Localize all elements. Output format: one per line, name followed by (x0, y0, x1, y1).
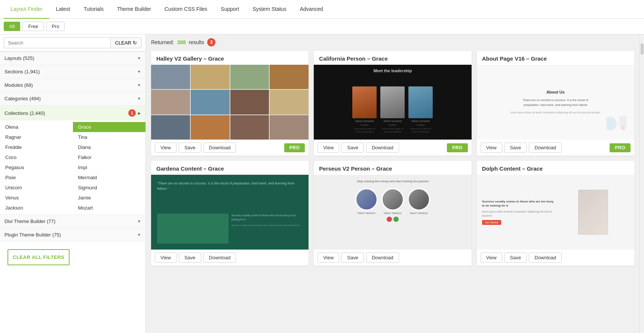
card-title: Perseus V2 Person – Grace (314, 161, 471, 175)
download-button[interactable]: Download (203, 253, 236, 263)
view-button[interactable]: View (481, 143, 502, 153)
collection-diana[interactable]: Diana (73, 142, 146, 152)
clear-all-filters-button[interactable]: CLEAR ALL FILTERS (7, 249, 70, 265)
view-button[interactable]: View (481, 253, 502, 263)
svg-rect-1 (619, 116, 627, 126)
card-actions: View Save Download PRO (314, 140, 471, 156)
filter-free[interactable]: Free (22, 22, 44, 31)
collection-tina[interactable]: Tina (73, 132, 146, 142)
pro-badge: PRO (447, 143, 468, 152)
collections-dropdown: Olena Ragnar Freddie Coco Pegasus Pixie … (0, 120, 145, 214)
view-button[interactable]: View (318, 253, 339, 263)
view-button[interactable]: View (155, 253, 177, 263)
filter-plugin-builder: Plugin Theme Builder (75) ▼ (0, 228, 145, 242)
nav-system-status[interactable]: System Status (246, 0, 293, 19)
main-layout: CLEAR ↻ Layouts (525) ▼ Sections (1,941)… (0, 34, 644, 333)
collection-falkor[interactable]: Falkor (73, 152, 146, 162)
nav-layout-finder[interactable]: Layout Finder (4, 0, 49, 19)
download-button[interactable]: Download (203, 143, 236, 153)
clear-label: CLEAR (115, 40, 131, 46)
search-input[interactable] (4, 37, 110, 48)
search-bar: CLEAR ↻ (0, 34, 145, 52)
download-button[interactable]: Download (529, 143, 562, 153)
filter-pro[interactable]: Pro (46, 22, 65, 31)
filter-plugin-builder-header[interactable]: Plugin Theme Builder (75) ▼ (0, 228, 145, 241)
svg-point-2 (621, 126, 625, 130)
card-actions: View Save Download (477, 250, 634, 266)
collection-grace[interactable]: Grace (73, 122, 146, 132)
view-button[interactable]: View (318, 143, 339, 153)
save-button[interactable]: Save (505, 143, 527, 153)
filter-layouts: Layouts (525) ▼ (0, 52, 145, 65)
nav-tutorials[interactable]: Tutorials (77, 0, 110, 19)
card-perseus-person: Perseus V2 Person – Grace Stop chasing t… (314, 161, 471, 266)
collection-badge: 1 (128, 109, 136, 117)
view-button[interactable]: View (155, 143, 177, 153)
card-halley-gallery: Halley V2 Gallery – Grace (151, 51, 309, 156)
filter-sections-header[interactable]: Sections (1,941) ▼ (0, 65, 145, 78)
collection-unicorn[interactable]: Unicorn (0, 183, 73, 193)
nav-custom-css[interactable]: Custom CSS Files (158, 0, 214, 19)
collection-impi[interactable]: Impi (73, 162, 146, 172)
chevron-down-icon: ▼ (137, 97, 141, 101)
save-button[interactable]: Save (179, 253, 201, 263)
filter-modules-label: Modules (68) (4, 82, 33, 88)
filter-all[interactable]: All (4, 22, 20, 31)
collection-olena[interactable]: Olena (0, 122, 73, 132)
clear-all-container: CLEAR ALL FILTERS (0, 242, 145, 273)
collection-pixie[interactable]: Pixie (0, 172, 73, 183)
card-dolph-content: Dolph Content – Grace Success usually co… (477, 161, 634, 266)
collection-sigmund[interactable]: Sigmund (73, 183, 146, 193)
collection-mermaid[interactable]: Mermaid (73, 172, 146, 183)
nav-latest[interactable]: Latest (49, 0, 77, 19)
save-button[interactable]: Save (179, 143, 201, 153)
cards-grid: Halley V2 Gallery – Grace (151, 51, 634, 266)
collection-ragnar[interactable]: Ragnar (0, 132, 73, 142)
collection-jamie[interactable]: Jamie (73, 193, 146, 203)
refresh-icon: ↻ (133, 40, 137, 46)
collection-venus[interactable]: Venus (0, 193, 73, 203)
chevron-down-icon: ▼ (137, 83, 141, 87)
save-button[interactable]: Save (505, 253, 527, 263)
filter-categories-header[interactable]: Categories (494) ▼ (0, 92, 145, 105)
filter-collections-header[interactable]: Collections (2,440) 1 ▶ (0, 106, 145, 120)
card-image: Stop chasing the money and start chasing… (314, 175, 471, 250)
scrollbar[interactable] (640, 34, 644, 333)
filter-layouts-header[interactable]: Layouts (525) ▼ (0, 52, 145, 65)
filter-divi-builder-label: Divi Theme Builder (77) (4, 219, 55, 224)
card-image: Name Surname Position lorem ipsum dolor … (314, 65, 471, 140)
chevron-right-icon: ▶ (138, 111, 141, 115)
collections-right-column: Grace Tina Diana Falkor Impi Mermaid Sig… (73, 120, 146, 214)
save-button[interactable]: Save (341, 143, 364, 153)
download-button[interactable]: Download (529, 253, 562, 263)
filter-plugin-builder-label: Plugin Theme Builder (75) (4, 232, 61, 238)
nav-advanced[interactable]: Advanced (293, 0, 330, 19)
card-actions: View Save Download (151, 250, 309, 266)
card-title: About Page V16 – Grace (477, 51, 634, 65)
filter-modules-header[interactable]: Modules (68) ▼ (0, 79, 145, 92)
card-title: Gardena Content – Grace (151, 161, 309, 175)
filter-collections: Collections (2,440) 1 ▶ Olena Ragnar Fre… (0, 106, 145, 215)
filter-layouts-label: Layouts (525) (4, 55, 34, 61)
results-badge: 3 (207, 38, 215, 46)
collection-jackson[interactable]: Jackson (0, 203, 73, 213)
filter-divi-builder: Divi Theme Builder (77) ▼ (0, 215, 145, 228)
download-button[interactable]: Download (366, 143, 399, 153)
collection-mozart[interactable]: Mozart (73, 203, 146, 213)
card-image: Success usually comes to those who are t… (477, 175, 634, 250)
top-nav: Layout Finder Latest Tutorials Theme Bui… (0, 0, 644, 19)
clear-search-button[interactable]: CLEAR ↻ (110, 37, 142, 48)
get-started-btn[interactable]: Get Started (482, 220, 502, 225)
svg-point-0 (606, 117, 617, 130)
nav-support[interactable]: Support (214, 0, 246, 19)
collection-coco[interactable]: Coco (0, 152, 73, 162)
card-title: Dolph Content – Grace (477, 161, 634, 175)
nav-theme-builder[interactable]: Theme Builder (110, 0, 158, 19)
filter-divi-builder-header[interactable]: Divi Theme Builder (77) ▼ (0, 215, 145, 228)
collection-pegasus[interactable]: Pegasus (0, 162, 73, 172)
collection-freddie[interactable]: Freddie (0, 142, 73, 152)
download-button[interactable]: Download (366, 253, 399, 263)
save-button[interactable]: Save (341, 253, 364, 263)
card-actions: View Save Download PRO (151, 140, 309, 156)
card-about-page: About Page V16 – Grace About Us There ar… (477, 51, 634, 156)
